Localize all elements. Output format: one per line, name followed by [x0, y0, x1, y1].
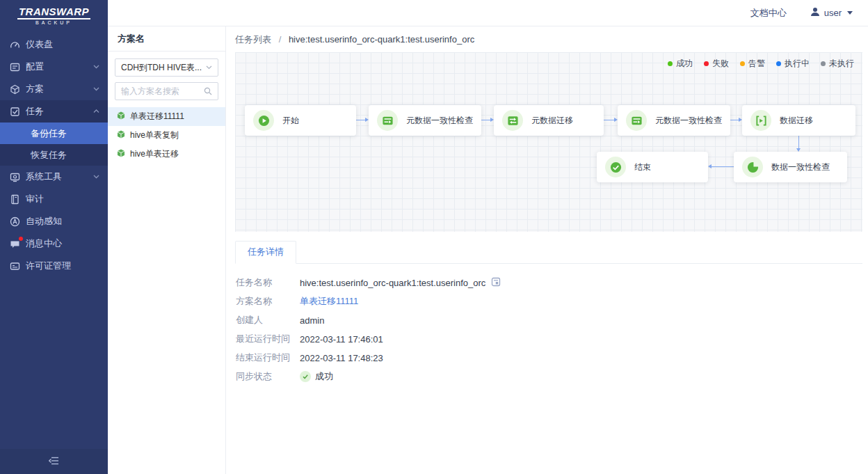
- detail-label: 创建人: [236, 314, 300, 326]
- breadcrumb-current: hive:test.userinfo_orc-quark1:test.useri…: [289, 34, 474, 45]
- plan-list-item[interactable]: hive单表复制: [108, 126, 225, 145]
- plan-list-item[interactable]: 单表迁移11111: [108, 107, 225, 126]
- sidebar-item-backup-task[interactable]: 备份任务: [0, 123, 108, 144]
- plan-list: 单表迁移11111 hive单表复制 hive单表迁移: [108, 107, 225, 164]
- flow-node-label: 开始: [282, 115, 299, 127]
- chevron-down-icon: [206, 65, 212, 70]
- flow-node-meta-check-1[interactable]: 元数据一致性检查: [369, 105, 481, 136]
- detail-row-task-name: 任务名称 hive:test.userinfo_orc-quark1:test.…: [236, 276, 862, 289]
- username: user: [824, 8, 842, 18]
- legend-failed: 失败: [704, 58, 729, 70]
- meta-check-icon: [626, 110, 647, 131]
- flow-node-label: 数据一致性检查: [771, 161, 830, 173]
- edge-metamigrate-to-metacheck2: [604, 120, 615, 120]
- sidebar-item-auto-sense[interactable]: 自动感知: [0, 210, 108, 232]
- arrowhead: [708, 164, 712, 168]
- sidebar-item-label: 恢复任务: [31, 149, 67, 161]
- flow-node-start[interactable]: 开始: [245, 105, 356, 136]
- success-check-icon: [300, 371, 311, 382]
- dashboard-icon: [10, 40, 20, 50]
- plan-item-label: hive单表迁移: [130, 148, 179, 160]
- main-region: 文档中心 user 方案名 CDH到TDH HIVE表... 输入方案名搜索: [108, 0, 868, 474]
- legend-label: 未执行: [829, 58, 854, 70]
- flow-node-label: 元数据一致性检查: [406, 115, 473, 127]
- sidebar-item-label: 配置: [26, 61, 44, 73]
- status-legend: 成功 失败 告警 执行中 未执行: [668, 58, 854, 70]
- detail-label: 结束运行时间: [236, 351, 300, 364]
- start-icon: [253, 110, 274, 131]
- tab-task-detail[interactable]: 任务详情: [235, 241, 296, 264]
- app-window: TRANSWARP BACKUP 仪表盘 配置 方案 任务: [0, 0, 868, 474]
- task-details: 任务名称 hive:test.userinfo_orc-quark1:test.…: [235, 264, 862, 389]
- last-run-time-value: 2022-03-11 17:46:01: [300, 334, 383, 345]
- sidebar-item-label: 仪表盘: [26, 38, 53, 51]
- task-icon: [10, 106, 20, 117]
- plan-list-item[interactable]: hive单表迁移: [108, 145, 225, 164]
- plan-panel: 方案名 CDH到TDH HIVE表... 输入方案名搜索 单表迁移11111: [108, 26, 226, 474]
- sidebar-item-label: 系统工具: [26, 171, 62, 183]
- plan-panel-title: 方案名: [108, 26, 225, 52]
- failed-dot: [704, 61, 709, 66]
- flow-node-meta-migrate[interactable]: 元数据迁移: [494, 105, 604, 136]
- copy-icon[interactable]: [491, 277, 501, 289]
- license-card-icon: [10, 261, 20, 271]
- sidebar-item-system-tools[interactable]: 系统工具: [0, 166, 108, 188]
- chevron-down-icon: [93, 87, 99, 91]
- sidebar-item-plan[interactable]: 方案: [0, 78, 108, 100]
- plan-item-label: hive单表复制: [130, 129, 179, 141]
- message-icon: [10, 239, 20, 249]
- user-menu[interactable]: user: [810, 7, 853, 19]
- creator-value: admin: [300, 315, 324, 326]
- sidebar-item-audit[interactable]: 审计: [0, 188, 108, 210]
- plan-controls: CDH到TDH HIVE表... 输入方案名搜索: [108, 52, 225, 103]
- content-row: 方案名 CDH到TDH HIVE表... 输入方案名搜索 单表迁移11111: [108, 26, 868, 474]
- detail-row-plan-name: 方案名称 单表迁移11111: [236, 295, 862, 308]
- config-icon: [10, 62, 20, 72]
- plan-type-select-value: CDH到TDH HIVE表...: [121, 62, 202, 74]
- sidebar-item-label: 审计: [26, 193, 44, 205]
- meta-check-icon: [377, 110, 398, 131]
- sidebar-item-dashboard[interactable]: 仪表盘: [0, 33, 108, 56]
- flow-node-data-migrate[interactable]: 数据迁移: [742, 105, 855, 136]
- flow-node-label: 结束: [634, 161, 651, 173]
- end-run-time-value: 2022-03-11 17:48:23: [300, 353, 383, 363]
- detail-row-sync-status: 同步状态 成功: [236, 370, 862, 383]
- workflow-canvas: 成功 失败 告警 执行中 未执行: [235, 52, 862, 232]
- legend-warning: 告警: [740, 58, 765, 70]
- sidebar-item-label: 备份任务: [31, 127, 67, 140]
- doc-center-link[interactable]: 文档中心: [750, 7, 787, 19]
- flow-node-label: 元数据迁移: [531, 115, 573, 127]
- plan-type-select[interactable]: CDH到TDH HIVE表...: [115, 58, 218, 77]
- plan-search-input[interactable]: 输入方案名搜索: [115, 82, 218, 100]
- sidebar-menu: 仪表盘 配置 方案 任务 备份任务: [0, 33, 108, 449]
- flow-node-end[interactable]: 结束: [597, 152, 708, 182]
- flow-node-data-check[interactable]: 数据一致性检查: [734, 152, 847, 182]
- task-name-value: hive:test.userinfo_orc-quark1:test.useri…: [300, 278, 485, 288]
- sidebar-item-license[interactable]: 许可证管理: [0, 255, 108, 277]
- sidebar-item-restore-task[interactable]: 恢复任务: [0, 144, 108, 166]
- sidebar-item-config[interactable]: 配置: [0, 56, 108, 78]
- breadcrumb-parent[interactable]: 任务列表: [235, 34, 271, 45]
- detail-row-creator: 创建人 admin: [236, 314, 862, 326]
- legend-running: 执行中: [776, 58, 810, 70]
- auto-sense-icon: [10, 216, 20, 227]
- end-check-icon: [605, 157, 626, 177]
- user-icon: [810, 7, 820, 19]
- chevron-up-icon: [93, 109, 99, 113]
- detail-tab-bar: 任务详情: [235, 240, 862, 264]
- sync-status-value: 成功: [315, 370, 333, 383]
- plan-cube-icon: [117, 111, 125, 122]
- edge-start-to-metacheck1: [356, 120, 366, 120]
- detail-row-end-run-time: 结束运行时间 2022-03-11 17:48:23: [236, 351, 862, 364]
- sidebar-item-message-center[interactable]: 消息中心: [0, 232, 108, 255]
- detail-row-last-run-time: 最近运行时间 2022-03-11 17:46:01: [236, 333, 862, 345]
- task-submenu: 备份任务 恢复任务: [0, 123, 108, 166]
- flow-node-meta-check-2[interactable]: 元数据一致性检查: [618, 105, 730, 136]
- sidebar-item-task[interactable]: 任务: [0, 100, 108, 123]
- sidebar-item-label: 许可证管理: [26, 260, 71, 272]
- plan-name-link[interactable]: 单表迁移11111: [300, 295, 358, 308]
- edge-metacheck1-to-metamigrate: [481, 120, 491, 120]
- chevron-down-icon: [93, 175, 99, 179]
- sidebar-collapse-button[interactable]: [0, 449, 108, 474]
- legend-label: 失败: [712, 58, 729, 70]
